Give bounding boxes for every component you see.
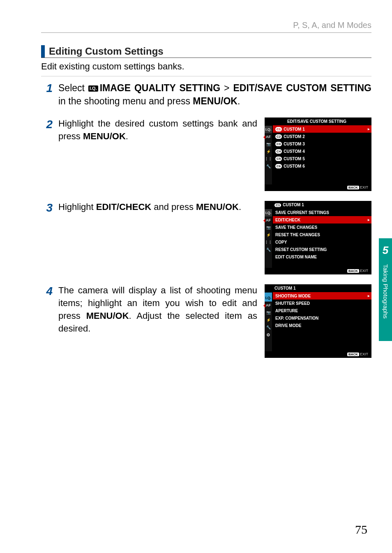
step-1: 1 Select I.Q.IMAGE QUALITY SETTING > EDI… <box>41 81 371 108</box>
chevron-right-icon: ▸ <box>368 127 370 131</box>
screen-title: CUSTOM 1 <box>265 284 371 292</box>
sidebar-iq-icon: I.Q. <box>265 209 272 217</box>
screen-sidebar: I.Q. AF 📷 ⚡ ⋮⋮ 🔧 <box>265 126 272 184</box>
step-number: 2 <box>41 118 53 130</box>
screen-footer: BACKEXIT <box>273 351 371 356</box>
menu-row-custom3[interactable]: C3CUSTOM 3 <box>273 140 371 147</box>
sidebar-af-icon: AF <box>265 302 272 309</box>
menu-row-custom4[interactable]: C4CUSTOM 4 <box>273 147 371 155</box>
back-badge[interactable]: BACK <box>347 269 359 273</box>
menu-row-shutter-speed[interactable]: SHUTTER SPEED <box>273 300 371 307</box>
step-3: 3 Highlight EDIT/CHECK and press MENU/OK… <box>41 201 371 274</box>
menu-row-reset-changes[interactable]: RESET THE CHANGES <box>273 231 371 238</box>
sidebar-flash-icon: ⚡ <box>265 231 272 239</box>
back-badge[interactable]: BACK <box>347 186 359 189</box>
iq-icon: I.Q. <box>88 85 98 92</box>
sidebar-iq-icon: I.Q. <box>265 126 272 133</box>
sidebar-flash-icon: ⚡ <box>265 316 272 324</box>
menu-row-custom1[interactable]: C1CUSTOM 1▸ <box>273 125 371 133</box>
menu-row-edit-name[interactable]: EDIT CUSTOM NAME <box>273 253 371 260</box>
menu-row-aperture[interactable]: APERTURE <box>273 307 371 314</box>
sidebar-wrench-icon: 🔧 <box>265 324 272 331</box>
sidebar-af-icon: AF <box>265 217 272 224</box>
step-2: 2 Highlight the desired custom settings … <box>41 118 371 191</box>
section-title: Editing Custom Settings <box>49 46 164 57</box>
accent-bar <box>41 45 45 58</box>
screen-footer: BACKEXIT <box>273 184 371 189</box>
screen-rows: C1CUSTOM 1▸ C2CUSTOM 2 C3CUSTOM 3 C4CUST… <box>273 125 371 184</box>
screen-rows: SHOOTING MODE▸ SHUTTER SPEED APERTURE EX… <box>273 292 371 351</box>
sidebar-movie-icon: ⋮⋮ <box>265 239 272 246</box>
chapter-number: 5 <box>383 244 388 257</box>
chapter-side-tab: 5 Taking Photographs <box>379 238 392 341</box>
menu-row-custom5[interactable]: C5CUSTOM 5 <box>273 155 371 162</box>
screen-sidebar: I.Q. AF 📷 ⚡ 🔧 ⏣ <box>265 293 272 351</box>
menu-row-reset-custom[interactable]: RESET CUSTOM SETTING <box>273 246 371 253</box>
sidebar-movie-icon: ⋮⋮ <box>265 155 272 163</box>
sidebar-camera-icon: 📷 <box>265 309 272 316</box>
sidebar-wrench-icon: 🔧 <box>265 246 272 253</box>
camera-screen-edit-save: EDIT/SAVE CUSTOM SETTING I.Q. AF 📷 ⚡ ⋮⋮ … <box>265 118 371 191</box>
sidebar-camera-icon: 📷 <box>265 141 272 148</box>
menu-row-exp-comp[interactable]: EXP. COMPENSATION <box>273 314 371 322</box>
step-4: 4 The camera will display a list of shoo… <box>41 284 371 358</box>
sidebar-af-icon: AF <box>265 133 272 141</box>
step-1-text: Select I.Q.IMAGE QUALITY SETTING > EDIT/… <box>58 81 371 108</box>
menu-row-empty <box>273 260 371 268</box>
menu-row-empty <box>273 177 371 184</box>
breadcrumb: P, S, A, and M Modes <box>41 21 371 33</box>
menu-row-drive-mode[interactable]: DRIVE MODE <box>273 322 371 329</box>
camera-screen-custom1-menu: C1CUSTOM 1 I.Q. AF 📷 ⚡ ⋮⋮ 🔧 SAVE CURRENT… <box>265 201 371 274</box>
menu-row-empty <box>273 336 371 344</box>
screen-rows: SAVE CURRENT SETTINGS EDIT/CHECK▸ SAVE T… <box>273 209 371 268</box>
chevron-right-icon: ▸ <box>368 218 370 222</box>
screen-footer: BACKEXIT <box>273 268 371 273</box>
menu-row-custom6[interactable]: C6CUSTOM 6 <box>273 162 371 170</box>
intro-text: Edit existing custom settings banks. <box>41 61 371 76</box>
menu-row-copy[interactable]: COPY <box>273 238 371 246</box>
screen-sidebar: I.Q. AF 📷 ⚡ ⋮⋮ 🔧 <box>265 209 272 268</box>
sidebar-iq-icon: I.Q. <box>265 294 272 302</box>
step-2-text: Highlight the desired custom settings ba… <box>58 118 257 191</box>
menu-row-empty <box>273 344 371 351</box>
chevron-right-icon: ▸ <box>368 294 370 298</box>
sidebar-camera-icon: 📷 <box>265 224 272 231</box>
step-number: 3 <box>41 201 53 214</box>
chapter-label: Taking Photographs <box>382 264 389 319</box>
menu-row-custom2[interactable]: C2CUSTOM 2 <box>273 133 371 140</box>
camera-screen-custom1-items: CUSTOM 1 I.Q. AF 📷 ⚡ 🔧 ⏣ SHOOTING MODE▸ … <box>265 284 371 358</box>
sidebar-wrench-icon: 🔧 <box>265 163 272 170</box>
sidebar-flash-icon: ⚡ <box>265 148 272 155</box>
menu-row-save-current[interactable]: SAVE CURRENT SETTINGS <box>273 209 371 216</box>
step-number: 4 <box>41 284 53 297</box>
step-number: 1 <box>41 81 53 94</box>
menu-row-empty <box>273 329 371 336</box>
step-4-text: The camera will display a list of shooti… <box>58 284 257 358</box>
menu-row-edit-check[interactable]: EDIT/CHECK▸ <box>273 216 371 224</box>
section-heading: Editing Custom Settings <box>41 45 371 58</box>
menu-row-save-changes[interactable]: SAVE THE CHANGES <box>273 224 371 231</box>
menu-row-empty <box>273 170 371 177</box>
back-badge[interactable]: BACK <box>347 353 359 356</box>
menu-row-shooting-mode[interactable]: SHOOTING MODE▸ <box>273 292 371 300</box>
screen-title: C1CUSTOM 1 <box>265 201 371 209</box>
step-3-text: Highlight EDIT/CHECK and press MENU/OK. <box>58 201 257 274</box>
sidebar-disc-icon: ⏣ <box>265 331 272 339</box>
page-number: 75 <box>355 523 367 537</box>
screen-title: EDIT/SAVE CUSTOM SETTING <box>265 118 371 125</box>
